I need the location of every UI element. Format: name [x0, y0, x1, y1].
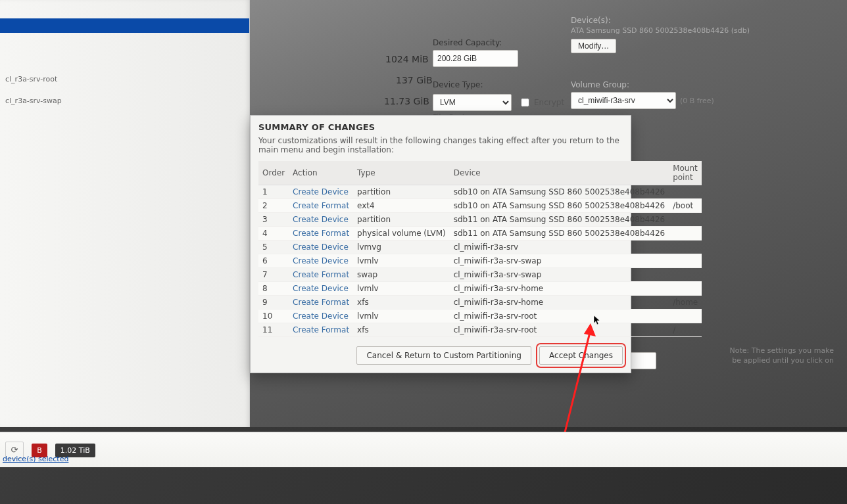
devices-label: Device(s): [571, 16, 611, 25]
partition-sidebar[interactable]: cl_r3a-srv-root cl_r3a-srv-swap [0, 0, 250, 427]
volume-group-free: (0 B free) [680, 97, 714, 105]
col-action: Action [289, 161, 353, 185]
encrypt-checkbox[interactable] [521, 94, 529, 111]
sidebar-item[interactable]: cl_r3a-srv-swap [0, 94, 249, 108]
cancel-button[interactable]: Cancel & Return to Custom Partitioning [356, 346, 531, 365]
size-display: 11.73 GiB [384, 96, 429, 106]
volume-group-label: Volume Group: [571, 80, 629, 89]
changes-table: Order Action Type Device Mount point 1Cr… [258, 161, 702, 337]
table-row[interactable]: 7Create Formatswapcl_miwifi-r3a-srv-swap [258, 268, 702, 282]
sidebar-item-selected[interactable] [0, 18, 249, 33]
modify-button[interactable]: Modify… [571, 39, 616, 53]
volume-group-select[interactable]: cl_miwifi-r3a-srv [571, 92, 676, 109]
table-row[interactable]: 10Create Devicelvmlvcl_miwifi-r3a-srv-ro… [258, 309, 702, 323]
table-row[interactable]: 4Create Formatphysical volume (LVM)sdb11… [258, 227, 702, 241]
table-row[interactable]: 5Create Devicelvmvgcl_miwifi-r3a-srv [258, 241, 702, 254]
col-type: Type [353, 161, 450, 185]
col-mount: Mount point [669, 161, 702, 185]
dialog-subtitle: Your customizations will result in the f… [258, 136, 623, 154]
desired-capacity-input[interactable] [433, 50, 518, 67]
table-row[interactable]: 2Create Formatext4sdb10 on ATA Samsung S… [258, 199, 702, 213]
settings-note: Note: The settings you makebe applied un… [730, 346, 834, 365]
footer-bar: ⟳ B 1.02 TiB [0, 432, 847, 467]
desired-capacity-label: Desired Capacity: [433, 38, 502, 47]
table-row[interactable]: 1Create Devicepartitionsdb10 on ATA Sams… [258, 185, 702, 199]
table-row[interactable]: 8Create Devicelvmlvcl_miwifi-r3a-srv-hom… [258, 282, 702, 296]
encrypt-label: Encrypt [534, 98, 564, 107]
size-display: 137 GiB [396, 75, 433, 85]
dialog-title: SUMMARY OF CHANGES [258, 122, 623, 132]
col-order: Order [258, 161, 289, 185]
summary-dialog: SUMMARY OF CHANGES Your customizations w… [250, 115, 631, 373]
devices-selected-link[interactable]: device(s) selected [3, 455, 68, 463]
table-row[interactable]: 6Create Devicelvmlvcl_miwifi-r3a-srv-swa… [258, 254, 702, 268]
table-row[interactable]: 11Create Formatxfscl_miwifi-r3a-srv-root… [258, 323, 702, 337]
device-type-select[interactable]: LVM [433, 94, 512, 111]
sidebar-item[interactable]: cl_r3a-srv-root [0, 72, 249, 86]
table-row[interactable]: 9Create Formatxfscl_miwifi-r3a-srv-home/… [258, 296, 702, 309]
devices-value: ATA Samsung SSD 860 5002538e408b4426 (sd… [571, 26, 750, 35]
table-row[interactable]: 3Create Devicepartitionsdb11 on ATA Sams… [258, 213, 702, 227]
size-display: 1024 MiB [385, 54, 429, 64]
device-type-label: Device Type: [433, 80, 483, 89]
accept-changes-button[interactable]: Accept Changes [539, 346, 623, 365]
col-device: Device [450, 161, 669, 185]
